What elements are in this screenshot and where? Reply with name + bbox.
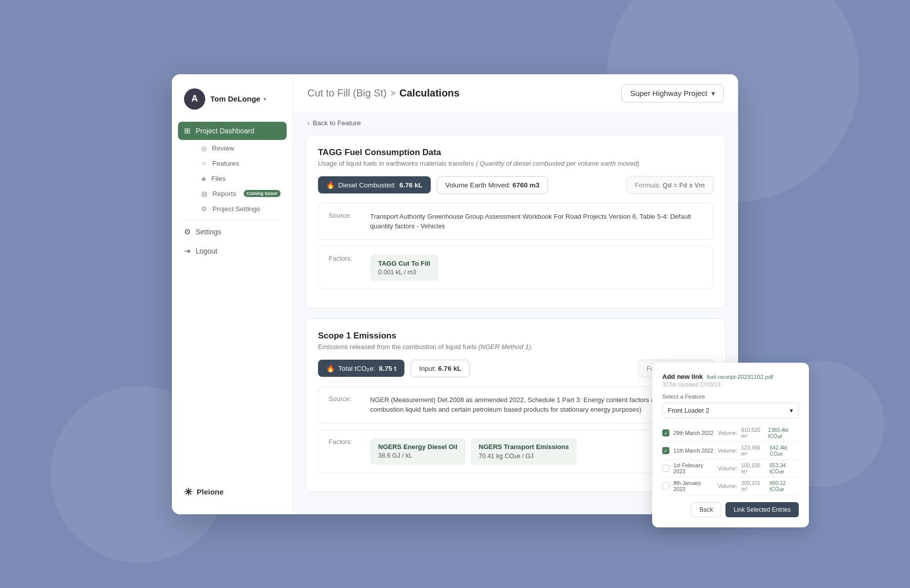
back-text: Back to Feature	[313, 119, 361, 127]
scope-factor-0-value: 38.6 GJ / kL	[378, 452, 458, 459]
sidebar-item-dashboard[interactable]: ⊞ Project Dashboard	[178, 122, 287, 140]
app-title: Pleione	[197, 487, 223, 496]
user-chevron-icon: ▾	[263, 95, 266, 103]
popup-vol-2: 100,100 m²	[741, 462, 765, 474]
pleione-icon: ✳	[184, 486, 193, 498]
scope-factor-1: NGERS Transport Emissions 70.41 kg CO₂e …	[471, 438, 577, 465]
sidebar-item-logout[interactable]: ⇥ Logout	[178, 242, 287, 260]
tagg-desc-italic: ( Quantity of diesel combusted per volum…	[476, 160, 640, 167]
popup-select[interactable]: Front Loader 2 ▾	[662, 403, 799, 418]
scope-section-desc: Emissions released from the combustion o…	[318, 343, 713, 351]
review-icon: ◎	[201, 144, 207, 152]
popup-entry-3[interactable]: 8th January 2023 Volume: 300,101 m² 900.…	[662, 477, 799, 495]
formula-value: Qd = Fd x Vm	[663, 181, 705, 189]
popup-vol-label-1: Volume:	[718, 448, 737, 454]
popup-table: ✓ 29th March 2022 Volume: 910,520 m² 138…	[662, 424, 799, 495]
sidebar: A Tom DeLonge ▾ ⊞ Project Dashboard ◎ Re…	[172, 74, 293, 514]
avatar: A	[184, 88, 205, 110]
sidebar-item-review[interactable]: ◎ Review	[184, 141, 287, 156]
input-value: 6.76 kL	[438, 365, 462, 372]
popup-vol-label-3: Volume:	[718, 483, 737, 489]
formula-label: Formula:	[635, 181, 661, 189]
diesel-value: 6.76 kL	[399, 181, 423, 189]
popup-entry-1[interactable]: ✓ 11th March 2022 Volume: 123,456 m² 642…	[662, 442, 799, 460]
breadcrumb-separator: >	[391, 89, 395, 98]
popup-select-value: Front Loader 2	[668, 407, 709, 414]
back-button[interactable]: Back	[691, 502, 722, 517]
popup-date-2: 1st February 2023	[673, 462, 714, 474]
volume-pill: Volume Earth Moved: 6760 m3	[437, 176, 548, 194]
sidebar-item-project-settings[interactable]: ⚙ Project Settings	[184, 202, 287, 216]
scope-factors-pills: NGERS Energy Diesel Oil 38.6 GJ / kL NGE…	[370, 438, 577, 465]
popup-check-2[interactable]	[662, 465, 669, 472]
popup-vol-0: 910,520 m²	[741, 427, 764, 439]
popup-vol-1: 123,456 m²	[741, 445, 766, 457]
volume-value: 6760 m3	[513, 181, 539, 189]
popup-emission-2: 653.34 tCO₂e	[769, 462, 799, 474]
tagg-factors-pills: TAGG Cut To Fill 0.001 kL / m3	[370, 255, 438, 281]
popup-filename: fuel-receipt-20231102.pdf	[707, 374, 773, 380]
tagg-factors-card: Factors: TAGG Cut To Fill 0.001 kL / m3	[318, 246, 713, 289]
popup-vol-3: 300,101 m²	[741, 480, 765, 492]
sidebar-nav: ⊞ Project Dashboard ◎ Review ☆ Features …	[172, 122, 293, 478]
pleione-logo: ✳ Pleione	[184, 486, 281, 498]
diesel-label: Diesel Combusted:	[338, 181, 396, 189]
popup-check-0[interactable]: ✓	[662, 429, 669, 436]
dashboard-icon: ⊞	[184, 126, 191, 135]
project-selector[interactable]: Super Highway Project ▾	[621, 84, 724, 103]
popup-footer: Back Link Selected Entries	[662, 502, 799, 517]
tagg-factor-0-title: TAGG Cut To Fill	[378, 260, 430, 267]
fire-icon: 🔥	[326, 181, 335, 189]
scope-source-label: Source:	[329, 395, 364, 403]
popup-vol-label-0: Volume:	[718, 430, 737, 436]
tagg-source-card: Source: Transport Authority Greenhouse G…	[318, 203, 713, 240]
scope-factor-1-value: 70.41 kg CO₂e / GJ	[479, 452, 569, 460]
sidebar-item-settings-label: Settings	[196, 228, 221, 236]
project-selector-chevron-icon: ▾	[711, 89, 715, 98]
tagg-factors-row: Factors: TAGG Cut To Fill 0.001 kL / m3	[329, 255, 703, 281]
project-name: Super Highway Project	[630, 89, 707, 97]
total-value: 8.75 t	[379, 365, 397, 372]
popup-entry-2[interactable]: 1st February 2023 Volume: 100,100 m² 653…	[662, 460, 799, 477]
sidebar-item-reports[interactable]: ▤ Reports Coming Soon!	[184, 186, 287, 201]
scope-factor-0: NGERS Energy Diesel Oil 38.6 GJ / kL	[370, 438, 466, 465]
tagg-section: TAGG Fuel Consumption Data Usage of liqu…	[305, 135, 726, 308]
user-name: Tom DeLonge	[210, 94, 260, 103]
sidebar-item-settings[interactable]: ⚙ Settings	[178, 223, 287, 241]
sidebar-footer: ✳ Pleione	[172, 478, 293, 502]
input-label: Input:	[419, 365, 436, 372]
factors-label: Factors:	[329, 255, 364, 262]
popup-title: Add new link	[662, 373, 703, 380]
popup-check-3[interactable]	[662, 482, 669, 489]
scope-factor-1-title: NGERS Transport Emissions	[479, 443, 569, 451]
popup-select-chevron-icon: ▾	[790, 407, 793, 414]
link-selected-button[interactable]: Link Selected Entries	[725, 502, 799, 517]
sidebar-item-reports-label: Reports	[212, 190, 236, 198]
tagg-formula-row: 🔥 Diesel Combusted: 6.76 kL Volume Earth…	[318, 176, 713, 194]
scope-factors-row: Factors: NGERS Energy Diesel Oil 38.6 GJ…	[329, 438, 703, 465]
sidebar-item-files[interactable]: ◈ Files	[184, 171, 287, 186]
main-header: Cut to Fill (Big St) > Calculations Supe…	[293, 74, 738, 113]
volume-label: Volume Earth Moved:	[445, 181, 511, 189]
sidebar-item-logout-label: Logout	[196, 247, 217, 255]
popup-check-1[interactable]: ✓	[662, 447, 669, 454]
sidebar-item-features[interactable]: ☆ Features	[184, 156, 287, 171]
popup-date-0: 29th March 2022	[673, 430, 714, 436]
sidebar-divider	[184, 219, 281, 220]
user-profile[interactable]: A Tom DeLonge ▾	[172, 88, 293, 122]
popup-card: Add new link fuel-receipt-20231102.pdf 3…	[652, 363, 809, 527]
scope-desc-italic: (NGER Method 1).	[478, 343, 533, 351]
popup-entry-0[interactable]: ✓ 29th March 2022 Volume: 910,520 m² 138…	[662, 424, 799, 442]
sidebar-item-dashboard-label: Project Dashboard	[196, 127, 254, 135]
breadcrumb-current: Calculations	[399, 87, 460, 99]
tagg-source-row: Source: Transport Authority Greenhouse G…	[329, 212, 703, 231]
flame-icon: 🔥	[326, 364, 335, 372]
popup-date-3: 8th January 2023	[673, 480, 714, 492]
popup-select-label: Select a Feature	[662, 394, 799, 400]
sidebar-item-features-label: Features	[212, 160, 239, 167]
popup-date-1: 11th March 2022	[673, 448, 714, 454]
tagg-factor-0-value: 0.001 kL / m3	[378, 269, 430, 276]
breadcrumb-parent[interactable]: Cut to Fill (Big St)	[307, 87, 387, 99]
back-to-feature-link[interactable]: ‹ Back to Feature	[293, 113, 738, 131]
reports-icon: ▤	[201, 190, 207, 198]
